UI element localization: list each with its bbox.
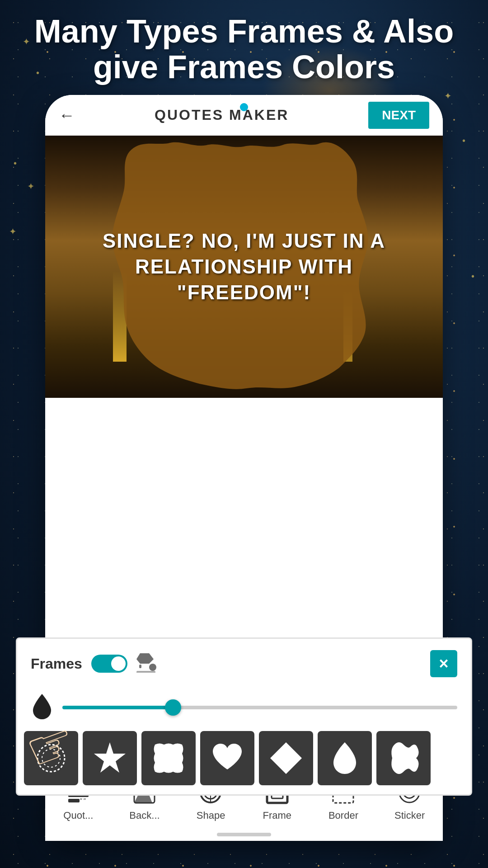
frames-panel: Frames × <box>16 637 472 796</box>
nav-label-shape: Shape <box>197 810 225 821</box>
shape-star[interactable] <box>83 731 137 785</box>
opacity-slider[interactable] <box>62 706 457 709</box>
paint-bucket-icon[interactable] <box>136 651 157 677</box>
shape-heart[interactable] <box>200 731 254 785</box>
nav-label-frame: Frame <box>263 810 292 821</box>
svg-rect-11 <box>68 799 80 802</box>
close-button[interactable]: × <box>430 650 457 677</box>
nav-label-background: Back... <box>129 810 160 821</box>
toggle-knob <box>111 656 126 671</box>
star-dec: • <box>462 136 465 146</box>
star-dec: ✦ <box>27 181 35 192</box>
slider-thumb <box>165 699 181 716</box>
star-dec: ✦ <box>444 90 452 101</box>
quote-image-area: SINGLE? NO, I'M JUST IN A RELATIONSHIP W… <box>45 136 443 398</box>
svg-marker-7 <box>270 742 302 774</box>
svg-marker-0 <box>136 653 154 664</box>
nav-label-quotes: Quot... <box>63 810 93 821</box>
svg-marker-6 <box>94 742 126 773</box>
star-dec: ✦ <box>9 226 17 237</box>
frames-header: Frames × <box>17 639 471 689</box>
svg-text:": " <box>83 797 86 804</box>
svg-point-1 <box>149 664 156 671</box>
camera-dot <box>240 103 248 111</box>
top-bar: ← QUOTES MAKER NEXT <box>45 95 443 136</box>
frames-toggle[interactable] <box>91 655 127 673</box>
svg-rect-3 <box>136 671 155 673</box>
app-title: QUOTES MAKER <box>155 107 289 123</box>
home-indicator <box>217 833 271 836</box>
shape-diamond[interactable] <box>259 731 313 785</box>
opacity-row <box>17 689 471 731</box>
next-button[interactable]: NEXT <box>368 102 429 129</box>
back-button[interactable]: ← <box>59 106 75 125</box>
shape-teardrop[interactable] <box>318 731 372 785</box>
shape-scallop[interactable] <box>141 731 196 785</box>
nav-label-border: Border <box>328 810 358 821</box>
svg-text:": " <box>80 797 82 804</box>
star-dec: • <box>471 271 474 282</box>
nav-label-sticker: Sticker <box>394 810 425 821</box>
spacer <box>45 398 443 416</box>
frames-label: Frames <box>31 656 82 672</box>
page-header-title: Many Types Frames & Also give Frames Col… <box>18 14 470 85</box>
svg-rect-2 <box>139 665 141 668</box>
star-dec: • <box>14 158 17 169</box>
quote-text: SINGLE? NO, I'M JUST IN A RELATIONSHIP W… <box>85 228 403 306</box>
shape-curly[interactable] <box>376 731 431 785</box>
shapes-row <box>17 731 471 794</box>
